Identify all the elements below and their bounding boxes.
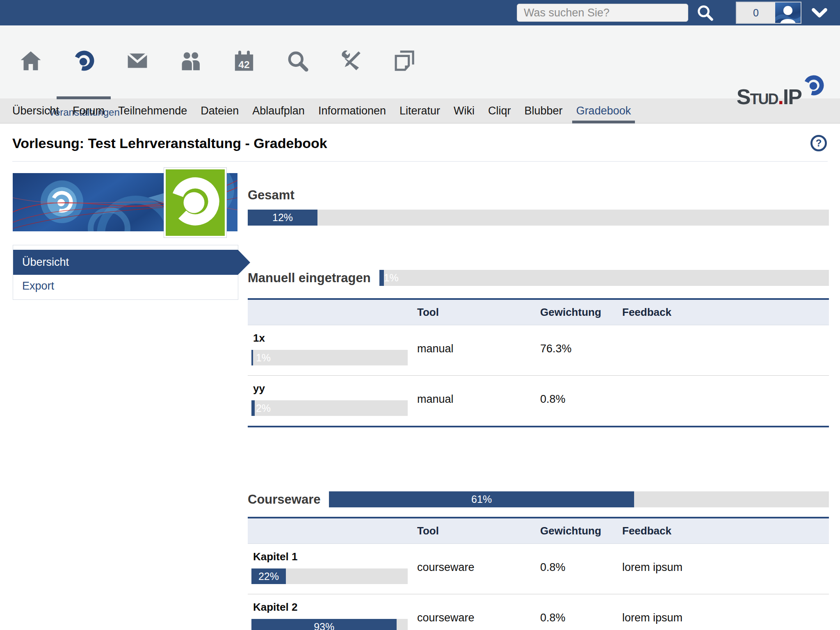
row-progressbar: 93% bbox=[251, 619, 408, 630]
search-nav-icon[interactable] bbox=[271, 49, 324, 72]
row-name: Kapitel 1 bbox=[248, 550, 417, 563]
group-progressbar-courseware: 61% bbox=[329, 491, 829, 507]
courses-icon[interactable] bbox=[57, 49, 111, 72]
svg-text:?: ? bbox=[816, 137, 822, 148]
courseware-table: Tool Gewichtung Feedback Kapitel 1 22% c… bbox=[248, 517, 829, 630]
messages-icon[interactable] bbox=[111, 49, 164, 72]
topbar: 0 bbox=[0, 0, 840, 25]
table-row: Kapitel 2 93% courseware 0.8% lorem ipsu… bbox=[248, 594, 829, 630]
cell-tool: manual bbox=[417, 393, 540, 406]
cell-tool: courseware bbox=[417, 612, 540, 624]
total-progressbar: 12% bbox=[248, 210, 829, 226]
table-header: Tool Gewichtung Feedback bbox=[248, 518, 829, 544]
course-avatar bbox=[164, 168, 226, 237]
page-title: Vorlesung: Test Lehrveranstaltung - Grad… bbox=[12, 135, 327, 151]
group-progress-label: 61% bbox=[329, 491, 634, 507]
column-gewichtung: Gewichtung bbox=[540, 306, 622, 319]
column-tool: Tool bbox=[417, 525, 540, 537]
cell-gewichtung: 0.8% bbox=[540, 393, 622, 406]
chevron-down-icon[interactable] bbox=[810, 4, 829, 22]
cell-gewichtung: 76.3% bbox=[540, 342, 622, 355]
table-row: yy 2% manual 0.8% bbox=[248, 375, 829, 426]
home-icon[interactable] bbox=[4, 49, 57, 72]
tab-ablaufplan[interactable]: Ablaufplan bbox=[252, 98, 305, 123]
row-progressbar: 22% bbox=[251, 568, 408, 584]
row-progressbar: 2% bbox=[251, 400, 408, 416]
cell-gewichtung: 0.8% bbox=[540, 612, 622, 624]
community-icon[interactable] bbox=[164, 49, 217, 72]
help-icon[interactable]: ? bbox=[810, 134, 828, 152]
total-heading: Gesamt bbox=[248, 188, 829, 203]
tools-icon[interactable] bbox=[324, 49, 377, 72]
column-feedback: Feedback bbox=[622, 525, 829, 537]
table-row: Kapitel 1 22% courseware 0.8% lorem ipsu… bbox=[248, 544, 829, 594]
user-widget[interactable]: 0 bbox=[736, 2, 801, 24]
search-icon[interactable] bbox=[696, 3, 714, 22]
calendar-icon[interactable]: 42 bbox=[217, 49, 271, 72]
calendar-week-number: 42 bbox=[238, 59, 249, 70]
sidebar: Übersicht Export bbox=[13, 173, 238, 630]
manual-table: Tool Gewichtung Feedback 1x 1% manual 76… bbox=[248, 298, 829, 427]
tab-gradebook[interactable]: Gradebook bbox=[576, 98, 631, 123]
sidebar-item-export[interactable]: Export bbox=[13, 275, 238, 297]
studip-logo-swirl-icon bbox=[802, 74, 825, 97]
group-heading-courseware: Courseware bbox=[248, 492, 320, 507]
column-gewichtung: Gewichtung bbox=[540, 525, 622, 537]
group-progressbar-manual: 1% bbox=[379, 270, 829, 286]
sidebar-item-uebersicht[interactable]: Übersicht bbox=[13, 250, 238, 275]
clipboard-icon[interactable] bbox=[377, 49, 431, 72]
cell-tool: manual bbox=[417, 342, 540, 355]
studip-logo: Stud.IP bbox=[737, 74, 825, 107]
group-heading-manual: Manuell eingetragen bbox=[248, 271, 371, 285]
nav-active-underline bbox=[57, 96, 111, 99]
tab-informationen[interactable]: Informationen bbox=[318, 98, 386, 123]
tab-wiki[interactable]: Wiki bbox=[454, 98, 475, 123]
cell-feedback: lorem ipsum bbox=[622, 612, 829, 624]
tab-teilnehmende[interactable]: Teilnehmende bbox=[118, 98, 187, 123]
sidebar-menu: Übersicht Export bbox=[13, 245, 238, 300]
avatar[interactable] bbox=[775, 2, 801, 23]
cell-tool: courseware bbox=[417, 561, 540, 574]
group-progress-label: 1% bbox=[379, 270, 403, 286]
row-name: yy bbox=[248, 382, 417, 395]
cell-gewichtung: 0.8% bbox=[540, 561, 622, 574]
table-row: 1x 1% manual 76.3% bbox=[248, 325, 829, 375]
notification-count-badge: 0 bbox=[737, 2, 775, 23]
tab-cliqr[interactable]: Cliqr bbox=[488, 98, 511, 123]
total-progress-label: 12% bbox=[248, 210, 317, 226]
tab-forum[interactable]: Forum bbox=[73, 98, 105, 123]
table-header: Tool Gewichtung Feedback bbox=[248, 300, 829, 325]
course-tabs: Übersicht Forum Teilnehmende Dateien Abl… bbox=[0, 98, 840, 123]
studip-logo-text: Stud.IP bbox=[737, 86, 801, 107]
user-icon bbox=[775, 2, 801, 23]
row-name: Kapitel 2 bbox=[248, 601, 417, 614]
row-progressbar: 1% bbox=[251, 350, 408, 365]
column-feedback: Feedback bbox=[622, 306, 829, 319]
row-name: 1x bbox=[248, 332, 417, 345]
gradebook-content: Gesamt 12% Manuell eingetragen 1% Tool G… bbox=[248, 173, 829, 630]
main-navigation: 42 Veranstaltungen Stud.IP bbox=[0, 25, 840, 98]
tab-literatur[interactable]: Literatur bbox=[399, 98, 440, 123]
search-input[interactable] bbox=[517, 4, 688, 22]
tab-uebersicht[interactable]: Übersicht bbox=[12, 98, 59, 123]
tab-blubber[interactable]: Blubber bbox=[525, 98, 563, 123]
column-tool: Tool bbox=[417, 306, 540, 319]
tab-dateien[interactable]: Dateien bbox=[201, 98, 239, 123]
cell-feedback: lorem ipsum bbox=[622, 561, 829, 574]
